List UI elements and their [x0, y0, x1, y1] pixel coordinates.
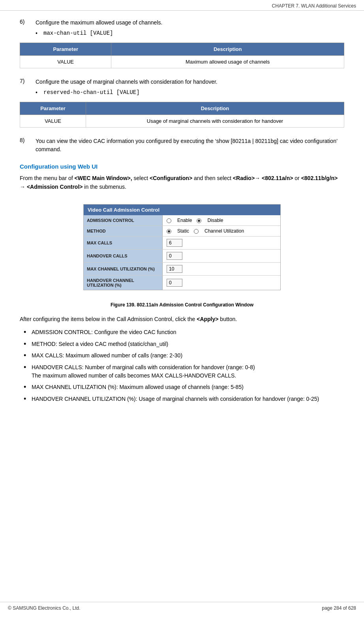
param-table-1: Parameter Description VALUE Maximum allo…: [20, 43, 344, 68]
figure-body: ADMISSION CONTROL Enable Disable METHOD: [84, 215, 280, 290]
table-row: VALUE Usage of marginal channels with co…: [20, 115, 344, 128]
fig-row-handoverchanutil: HANDOVER CHANNEL UTILIZATION (%): [84, 276, 280, 290]
radio-static-circle: [167, 229, 171, 234]
radio-chanutil-circle: [194, 229, 199, 234]
para-or: or: [293, 175, 301, 181]
fig-label-maxchanutil: MAX CHANNEL UTILIZATION (%): [84, 263, 163, 275]
list-item: • MAX CHANNEL UTILIZATION (%): Maximum a…: [20, 383, 344, 392]
table2-header-desc: Description: [86, 102, 344, 115]
para-wec: <WEC Main Window>,: [75, 175, 132, 181]
fig-value-handovercalls: [163, 250, 280, 262]
bullet-icon-5: •: [24, 383, 32, 392]
chapter-title: CHAPTER 7. WLAN Additional Services: [272, 3, 356, 9]
radio-disable-label: Disable: [207, 218, 223, 223]
radio-static-icon[interactable]: [167, 228, 173, 234]
afterfig-text1: After configuring the items below in the…: [20, 316, 197, 322]
footer-page: page 284 of 628: [322, 605, 356, 611]
fig-value-handoverchanutil: [163, 276, 280, 290]
item6-bullet: max-chan-util [VALUE]: [43, 30, 113, 36]
item8-text: You can view the video CAC information y…: [36, 137, 344, 154]
bullet-icon-6: •: [24, 395, 32, 404]
list-item: • METHOD: Select a video CAC method (sta…: [20, 340, 344, 349]
item7-number: 7): [20, 78, 36, 86]
bullet-icon-4: •: [24, 363, 32, 380]
radio-disable-icon[interactable]: [197, 218, 203, 223]
section-heading: Configuration using Web UI: [20, 163, 344, 170]
bullet-text-6: HANDOVER CHANNEL UTILIZATION (%): Usage …: [32, 395, 344, 404]
input-handovercalls[interactable]: [167, 252, 182, 260]
item8-number: 8): [20, 137, 36, 154]
bullet-text-5: MAX CHANNEL UTILIZATION (%): Maximum all…: [32, 383, 344, 392]
item7-bullet: reserved-ho-chan-util [VALUE]: [43, 89, 140, 96]
radio-chanutil-icon[interactable]: [194, 228, 200, 234]
param-table-2: Parameter Description VALUE Usage of mar…: [20, 102, 344, 128]
fig-row-handovercalls: HANDOVER CALLS: [84, 250, 280, 263]
fig-row-maxchanutil: MAX CHANNEL UTILIZATION (%): [84, 263, 280, 276]
page-content: 6) Configure the maximum allowed usage o…: [0, 11, 364, 430]
bullet-dot-7: •: [36, 89, 43, 96]
radio-static-label: Static: [177, 228, 189, 234]
bullet-list: • ADMISSION CONTROL: Configure the video…: [20, 328, 344, 403]
radio-enable-icon[interactable]: [167, 218, 173, 223]
bullet-item-7: • reserved-ho-chan-util [VALUE]: [36, 89, 344, 96]
table1-header-desc: Description: [111, 43, 344, 56]
bullet-icon-3: •: [24, 351, 32, 360]
page-header: CHAPTER 7. WLAN Additional Services: [0, 0, 364, 11]
para-thenselect: and then select: [192, 175, 233, 181]
para-radio: <Radio>: [233, 175, 255, 181]
item6-number: 6): [20, 19, 36, 27]
radio-disable-circle: [197, 218, 201, 223]
para-80211bgn: <802.11b/g/n>: [301, 175, 338, 181]
para-insubmenus: in the submenus.: [83, 184, 126, 190]
para-text1: From the menu bar of: [20, 175, 75, 181]
afterfig-apply: <Apply>: [197, 316, 218, 322]
fig-value-maxchanutil: [163, 263, 280, 275]
bullet-dot-6: •: [36, 30, 43, 36]
bullet-text-1: ADMISSION CONTROL: Configure the video C…: [32, 328, 344, 337]
radio-enable-label: Enable: [177, 218, 192, 223]
fig-label-admission: ADMISSION CONTROL: [84, 215, 163, 225]
fig-label-method: METHOD: [84, 226, 163, 236]
bullet-text-2: METHOD: Select a video CAC method (stati…: [32, 340, 344, 349]
para-80211an: <802.11a/n>: [262, 175, 293, 181]
table1-row1-desc: Maximum allowed usage of channels: [111, 56, 344, 68]
radio-chanutil-label: Channel Utilization: [205, 228, 244, 234]
item6-text: Configure the maximum allowed usage of c…: [36, 19, 344, 27]
input-maxcalls[interactable]: [167, 239, 182, 247]
section-paragraph: From the menu bar of <WEC Main Window>, …: [20, 174, 344, 192]
table2-row1-desc: Usage of marginal channels with consider…: [86, 115, 344, 128]
fig-row-method: METHOD Static Channel Utilization: [84, 226, 280, 237]
figure-caption: Figure 139. 802.11a/n Admission Control …: [111, 302, 253, 308]
fig-row-admission: ADMISSION CONTROL Enable Disable: [84, 215, 280, 226]
list-item: • MAX CALLS: Maximum allowed number of c…: [20, 351, 344, 360]
table2-row1-param: VALUE: [20, 115, 86, 128]
para-arrow1: →: [255, 175, 260, 181]
para-arrow2: →: [20, 184, 25, 190]
input-handoverchanutil[interactable]: [167, 279, 182, 287]
bullet-item-6: • max-chan-util [VALUE]: [36, 30, 344, 36]
radio-group-admission: Enable Disable: [167, 218, 223, 223]
list-item: • HANDOVER CALLS: Number of marginal cal…: [20, 363, 344, 380]
figure-box: Video Call Admission Control ADMISSION C…: [83, 204, 281, 290]
para-ac: <Admission Control>: [27, 184, 83, 190]
table2-header-param: Parameter: [20, 102, 86, 115]
list-item: • HANDOVER CHANNEL UTILIZATION (%): Usag…: [20, 395, 344, 404]
numbered-item-8: 8) You can view the video CAC informatio…: [20, 137, 344, 154]
bullet-icon-2: •: [24, 340, 32, 349]
numbered-item-7: 7) Configure the usage of marginal chann…: [20, 78, 344, 86]
radio-group-method: Static Channel Utilization: [167, 228, 244, 234]
figure-container: Video Call Admission Control ADMISSION C…: [20, 196, 344, 315]
bullet-icon-1: •: [24, 328, 32, 337]
list-item: • ADMISSION CONTROL: Configure the video…: [20, 328, 344, 337]
radio-enable-circle: [167, 218, 171, 223]
figure-title: Video Call Admission Control: [84, 205, 280, 215]
fig-row-maxcalls: MAX CALLS: [84, 237, 280, 250]
input-maxchanutil[interactable]: [167, 265, 182, 273]
fig-value-admission: Enable Disable: [163, 215, 280, 225]
item7-text: Configure the usage of marginal channels…: [36, 78, 344, 86]
para-config: <Configuration>: [150, 175, 192, 181]
footer-copyright: © SAMSUNG Electronics Co., Ltd.: [8, 605, 81, 611]
fig-label-maxcalls: MAX CALLS: [84, 237, 163, 249]
after-figure-intro: After configuring the items below in the…: [20, 315, 344, 323]
table1-row1-param: VALUE: [20, 56, 111, 68]
